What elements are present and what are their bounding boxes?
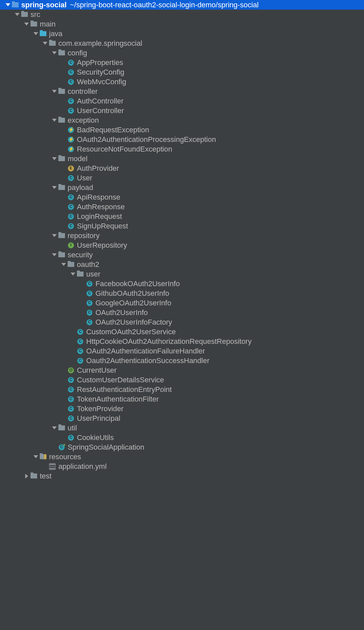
tree-row[interactable]: application.yml bbox=[0, 462, 364, 471]
tree-row[interactable]: CAuthController bbox=[0, 96, 364, 106]
folder-icon bbox=[49, 40, 56, 47]
tree-item-label: SignUpRequest bbox=[77, 221, 128, 231]
tree-row[interactable]: CApiResponse bbox=[0, 192, 364, 202]
expand-arrow-icon[interactable] bbox=[60, 263, 68, 266]
tree-row[interactable]: CTokenProvider bbox=[0, 404, 364, 413]
resources-folder-icon bbox=[40, 454, 46, 460]
expand-arrow-icon[interactable] bbox=[41, 42, 49, 45]
tree-row[interactable]: CGoogleOAuth2UserInfo bbox=[0, 298, 364, 308]
tree-row[interactable]: util bbox=[0, 423, 364, 433]
tree-row[interactable]: COAuth2UserInfoFactory bbox=[0, 317, 364, 327]
tree-row[interactable]: CWebMvcConfig bbox=[0, 77, 364, 87]
project-tree[interactable]: spring-social~/spring-boot-react-oauth2-… bbox=[0, 0, 364, 483]
tree-row[interactable]: com.example.springsocial bbox=[0, 38, 364, 48]
tree-row[interactable]: CHttpCookieOAuth2AuthorizationRequestRep… bbox=[0, 337, 364, 346]
expand-arrow-icon[interactable] bbox=[4, 3, 12, 6]
tree-row[interactable]: IUserRepository bbox=[0, 240, 364, 250]
tree-item-label: UserRepository bbox=[77, 240, 127, 250]
expand-arrow-icon[interactable] bbox=[50, 253, 58, 256]
tree-item-label: OAuth2AuthenticationFailureHandler bbox=[86, 346, 205, 356]
expand-arrow-icon[interactable] bbox=[50, 426, 58, 429]
tree-row[interactable]: EAuthProvider bbox=[0, 163, 364, 173]
expand-arrow-icon[interactable] bbox=[32, 455, 40, 458]
tree-row[interactable]: CFacebookOAuth2UserInfo bbox=[0, 279, 364, 288]
tree-row[interactable]: CUser bbox=[0, 173, 364, 183]
tree-item-path: ~/spring-boot-react-oauth2-social-login-… bbox=[70, 0, 259, 10]
class-icon: C bbox=[86, 319, 93, 326]
tree-row[interactable]: COAuth2UserInfo bbox=[0, 308, 364, 317]
expand-arrow-icon[interactable] bbox=[69, 273, 77, 276]
tree-row[interactable]: COauth2AuthenticationSuccessHandler bbox=[0, 356, 364, 365]
expand-arrow-icon[interactable] bbox=[50, 186, 58, 189]
tree-row[interactable]: COAuth2AuthenticationFailureHandler bbox=[0, 346, 364, 356]
tree-row[interactable]: controller bbox=[0, 87, 364, 96]
tree-row[interactable]: CLoginRequest bbox=[0, 212, 364, 221]
tree-item-label: CustomUserDetailsService bbox=[77, 375, 164, 385]
expand-arrow-icon[interactable] bbox=[50, 90, 58, 93]
expand-arrow-icon[interactable] bbox=[50, 234, 58, 237]
tree-row[interactable]: exception bbox=[0, 115, 364, 125]
class-icon: C bbox=[68, 396, 74, 403]
tree-item-label: CustomOAuth2UserService bbox=[86, 327, 176, 337]
tree-row[interactable]: CAppProperties bbox=[0, 58, 364, 67]
tree-row[interactable]: payload bbox=[0, 183, 364, 192]
tree-row[interactable]: CUserController bbox=[0, 106, 364, 115]
tree-row[interactable]: CCustomUserDetailsService bbox=[0, 375, 364, 385]
tree-row[interactable]: oauth2 bbox=[0, 260, 364, 269]
folder-icon bbox=[58, 232, 65, 239]
expand-arrow-icon[interactable] bbox=[13, 13, 21, 16]
tree-row[interactable]: config bbox=[0, 48, 364, 58]
tree-row[interactable]: model bbox=[0, 154, 364, 163]
tree-item-label: user bbox=[86, 269, 100, 279]
tree-item-label: test bbox=[40, 471, 51, 481]
tree-row[interactable]: CCustomOAuth2UserService bbox=[0, 327, 364, 337]
yml-file-icon bbox=[49, 463, 56, 470]
tree-item-label: WebMvcConfig bbox=[77, 77, 126, 87]
class-icon: C bbox=[68, 98, 74, 104]
tree-row[interactable]: @CurrentUser bbox=[0, 365, 364, 375]
module-folder-icon bbox=[12, 2, 19, 8]
tree-row[interactable]: CTokenAuthenticationFilter bbox=[0, 394, 364, 404]
class-icon: C bbox=[68, 213, 74, 220]
folder-icon bbox=[58, 252, 65, 258]
exception-icon: ⚡ bbox=[68, 127, 74, 133]
tree-row[interactable]: spring-social~/spring-boot-react-oauth2-… bbox=[0, 0, 364, 10]
tree-row[interactable]: test bbox=[0, 471, 364, 481]
expand-arrow-icon[interactable] bbox=[50, 157, 58, 160]
tree-row[interactable]: repository bbox=[0, 231, 364, 240]
tree-row[interactable]: CSecurityConfig bbox=[0, 67, 364, 77]
tree-row[interactable]: ⚡OAuth2AuthenticationProcessingException bbox=[0, 135, 364, 144]
tree-item-label: SecurityConfig bbox=[77, 67, 124, 77]
expand-arrow-icon[interactable] bbox=[32, 32, 40, 35]
tree-row[interactable]: resources bbox=[0, 452, 364, 462]
tree-row[interactable]: ⚡ResourceNotFoundException bbox=[0, 144, 364, 154]
tree-item-label: java bbox=[49, 29, 62, 39]
tree-row[interactable]: ⚡BadRequestException bbox=[0, 125, 364, 135]
tree-row[interactable]: CUserPrincipal bbox=[0, 413, 364, 423]
tree-item-label: TokenProvider bbox=[77, 404, 124, 414]
expand-arrow-icon[interactable] bbox=[23, 474, 30, 478]
tree-item-label: util bbox=[68, 423, 77, 433]
tree-row[interactable]: java bbox=[0, 29, 364, 38]
tree-row[interactable]: CRestAuthenticationEntryPoint bbox=[0, 385, 364, 394]
tree-row[interactable]: main bbox=[0, 19, 364, 29]
tree-row[interactable]: CSpringSocialApplication bbox=[0, 442, 364, 452]
tree-row[interactable]: src bbox=[0, 10, 364, 19]
class-icon: C bbox=[68, 175, 74, 181]
expand-arrow-icon[interactable] bbox=[23, 23, 30, 26]
tree-row[interactable]: CAuthResponse bbox=[0, 202, 364, 212]
tree-row[interactable]: CGithubOAuth2UserInfo bbox=[0, 288, 364, 298]
tree-item-label: OAuth2UserInfo bbox=[95, 308, 148, 318]
tree-item-label: LoginRequest bbox=[77, 212, 122, 221]
tree-row[interactable]: CCookieUtils bbox=[0, 433, 364, 442]
tree-item-label: ApiResponse bbox=[77, 192, 120, 202]
expand-arrow-icon[interactable] bbox=[50, 51, 58, 54]
tree-row[interactable]: security bbox=[0, 250, 364, 260]
tree-item-label: controller bbox=[68, 87, 97, 96]
tree-item-label: GoogleOAuth2UserInfo bbox=[95, 298, 171, 308]
tree-row[interactable]: CSignUpRequest bbox=[0, 221, 364, 231]
expand-arrow-icon[interactable] bbox=[50, 119, 58, 122]
tree-item-label: GithubOAuth2UserInfo bbox=[95, 288, 169, 298]
class-icon: C bbox=[68, 107, 74, 114]
tree-row[interactable]: user bbox=[0, 269, 364, 279]
